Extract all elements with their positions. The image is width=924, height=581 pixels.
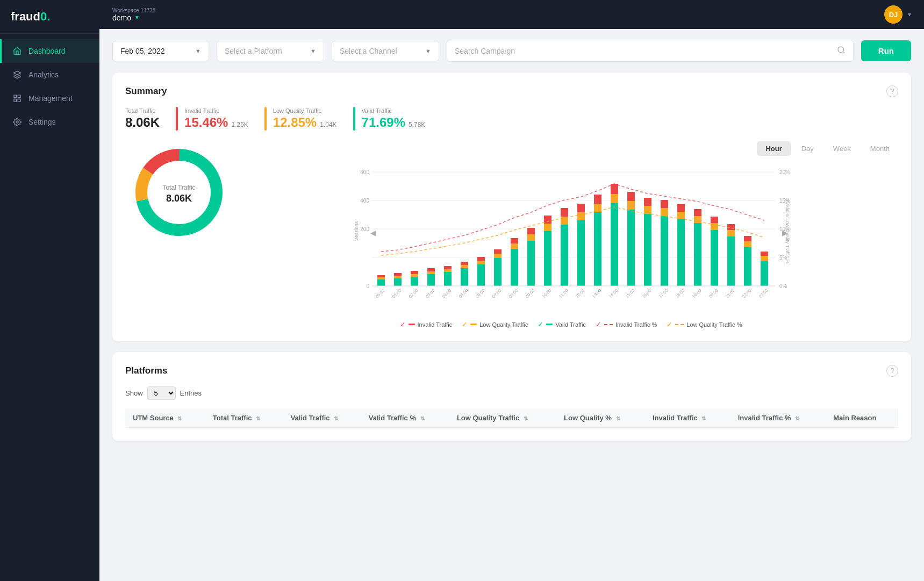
svg-text:13:00: 13:00 bbox=[591, 288, 603, 299]
platforms-help-icon[interactable]: ? bbox=[886, 365, 898, 377]
bar-group-14 bbox=[611, 184, 618, 286]
bar-group-21 bbox=[727, 224, 735, 286]
platforms-table: UTM Source ⇅ Total Traffic ⇅ Valid Traff… bbox=[125, 408, 898, 428]
svg-text:19:00: 19:00 bbox=[691, 288, 703, 299]
svg-rect-67 bbox=[594, 212, 601, 286]
col-lq-pct[interactable]: Low Quality % ⇅ bbox=[556, 408, 645, 428]
entries-label: Entries bbox=[180, 389, 202, 397]
svg-rect-60 bbox=[544, 216, 551, 224]
svg-text:18:00: 18:00 bbox=[675, 288, 686, 299]
col-main-reason[interactable]: Main Reason bbox=[826, 408, 898, 428]
legend-valid-check-icon: ✓ bbox=[538, 320, 543, 328]
bar-group-10 bbox=[544, 216, 551, 286]
legend-lq-color bbox=[470, 324, 477, 325]
total-traffic-value: 8.06K bbox=[125, 115, 160, 130]
run-button[interactable]: Run bbox=[861, 40, 911, 61]
col-valid-traffic[interactable]: Valid Traffic ⇅ bbox=[283, 408, 361, 428]
workspace-dropdown-arrow: ▼ bbox=[134, 15, 140, 20]
valid-traffic-stat: Valid Traffic 71.69% 5.78K bbox=[353, 107, 426, 131]
svg-text:09:00: 09:00 bbox=[525, 288, 536, 299]
legend-invalid: ✓ Invalid Traffic bbox=[400, 320, 453, 328]
low-quality-stat: Low Quality Traffic 12.85% 1.04K bbox=[264, 107, 337, 131]
bar-chart-svg: 600 400 200 0 Sessions 20% 15% 10% 5% 0% bbox=[243, 161, 898, 312]
svg-rect-52 bbox=[511, 249, 518, 286]
svg-rect-70 bbox=[611, 203, 618, 286]
bar-group-23 bbox=[761, 252, 768, 286]
sidebar-item-settings-label: Settings bbox=[28, 118, 56, 126]
legend-lq-pct-line bbox=[675, 324, 684, 325]
svg-rect-48 bbox=[477, 257, 485, 261]
invalid-traffic-pct: 15.46% bbox=[184, 115, 228, 130]
channel-filter[interactable]: Select a Channel ▼ bbox=[332, 41, 439, 61]
col-valid-pct[interactable]: Valid Traffic % ⇅ bbox=[361, 408, 449, 428]
svg-text:600: 600 bbox=[360, 169, 369, 175]
sidebar-item-dashboard[interactable]: Dashboard bbox=[0, 39, 99, 63]
layers-icon bbox=[12, 70, 22, 80]
col-lq-traffic[interactable]: Low Quality Traffic ⇅ bbox=[449, 408, 556, 428]
table-controls: Show 5 10 25 Entries bbox=[125, 386, 898, 400]
svg-text:10:00: 10:00 bbox=[541, 288, 553, 299]
time-controls: Hour Day Week Month bbox=[243, 141, 898, 156]
time-week-button[interactable]: Week bbox=[825, 141, 859, 156]
svg-rect-89 bbox=[711, 223, 718, 230]
svg-rect-64 bbox=[577, 220, 585, 286]
platforms-title: Platforms bbox=[125, 365, 167, 376]
time-hour-button[interactable]: Hour bbox=[757, 141, 790, 156]
legend-lq-pct-label: Low Quality Traffic % bbox=[686, 321, 742, 328]
summary-help-icon[interactable]: ? bbox=[886, 85, 898, 97]
svg-rect-69 bbox=[594, 195, 601, 204]
valid-traffic-count: 5.78K bbox=[409, 121, 425, 128]
workspace-name[interactable]: demo ▼ bbox=[112, 13, 155, 22]
svg-rect-87 bbox=[694, 209, 701, 216]
svg-rect-96 bbox=[744, 236, 751, 241]
bar-group-1 bbox=[394, 273, 402, 286]
col-utm-source[interactable]: UTM Source ⇅ bbox=[125, 408, 205, 428]
svg-text:17:00: 17:00 bbox=[658, 288, 669, 299]
bar-group-15 bbox=[627, 192, 635, 286]
svg-rect-83 bbox=[677, 212, 685, 219]
svg-rect-74 bbox=[627, 201, 635, 210]
search-icon bbox=[837, 46, 846, 56]
svg-rect-90 bbox=[711, 217, 718, 223]
low-quality-count: 1.04K bbox=[320, 121, 336, 128]
bar-group-18 bbox=[677, 204, 685, 286]
time-month-button[interactable]: Month bbox=[862, 141, 898, 156]
col-total-traffic[interactable]: Total Traffic ⇅ bbox=[205, 408, 283, 428]
low-quality-label: Low Quality Traffic bbox=[273, 107, 337, 114]
bar-chart-area: Hour Day Week Month bbox=[243, 141, 898, 328]
svg-text:15:00: 15:00 bbox=[625, 288, 636, 299]
col-invalid-traffic[interactable]: Invalid Traffic ⇅ bbox=[645, 408, 730, 428]
svg-rect-71 bbox=[611, 194, 618, 203]
svg-rect-32 bbox=[394, 276, 402, 278]
summary-stats: Total Traffic 8.06K Invalid Traffic 15.4… bbox=[125, 107, 898, 131]
sidebar-item-management[interactable]: Management bbox=[0, 87, 99, 110]
svg-text:0%: 0% bbox=[779, 283, 787, 289]
settings-icon bbox=[12, 117, 22, 127]
bar-group-4 bbox=[444, 266, 452, 286]
bar-group-5 bbox=[461, 262, 468, 286]
search-campaign[interactable]: Search Campaign bbox=[447, 40, 854, 62]
legend-invalid-color bbox=[409, 324, 415, 325]
svg-rect-46 bbox=[477, 264, 485, 286]
time-day-button[interactable]: Day bbox=[793, 141, 822, 156]
col-invalid-pct[interactable]: Invalid Traffic % ⇅ bbox=[730, 408, 826, 428]
topbar-chevron-icon[interactable]: ▾ bbox=[908, 11, 911, 18]
sidebar-item-analytics[interactable]: Analytics bbox=[0, 63, 99, 87]
svg-rect-56 bbox=[527, 234, 535, 241]
legend-invalid-pct: ✓ Invalid Traffic % bbox=[596, 320, 657, 328]
invalid-traffic-bar bbox=[176, 107, 178, 131]
svg-rect-78 bbox=[644, 198, 651, 206]
svg-text:14:00: 14:00 bbox=[608, 288, 619, 299]
legend-lq-check-icon: ✓ bbox=[462, 320, 468, 328]
platform-filter[interactable]: Select a Platform ▼ bbox=[217, 41, 324, 61]
date-filter[interactable]: Feb 05, 2022 ▼ bbox=[112, 41, 209, 61]
svg-rect-85 bbox=[694, 223, 701, 286]
svg-rect-98 bbox=[761, 256, 768, 261]
avatar[interactable]: DJ bbox=[884, 5, 902, 24]
svg-rect-53 bbox=[511, 243, 518, 249]
search-placeholder: Search Campaign bbox=[455, 47, 515, 55]
entries-select[interactable]: 5 10 25 bbox=[147, 386, 176, 400]
bar-group-7 bbox=[494, 249, 502, 286]
svg-rect-61 bbox=[561, 225, 568, 286]
sidebar-item-settings[interactable]: Settings bbox=[0, 110, 99, 134]
